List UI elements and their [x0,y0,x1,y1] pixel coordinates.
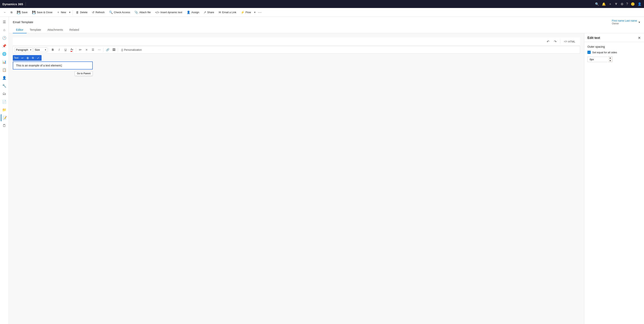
html-button[interactable]: </> HTML [562,39,577,44]
ordered-list-button[interactable]: ≡ [84,47,89,52]
link-button[interactable]: 🔗 [105,47,110,52]
assign-button[interactable]: 👤 Assign [185,10,201,15]
owner-label: Owner [612,22,637,25]
attach-file-button[interactable]: 📎 Attach file [132,10,153,15]
sidebar-item-documents[interactable]: 📄 [1,98,8,105]
owner-chevron-icon[interactable]: ▾ [638,20,640,24]
personalization-icon: {} [121,48,123,51]
sidebar-item-accounts[interactable]: 🔧 [1,82,8,89]
sidebar-item-files[interactable]: 📁 [1,106,8,113]
stepper-up-button[interactable]: ▲ [608,56,612,59]
text-block-delete-action[interactable]: 🗑 [25,55,30,60]
help-icon[interactable]: ? [626,2,628,6]
app-brand: Dynamics 365 [2,2,23,6]
font-color-button[interactable]: A ▾ [69,47,75,52]
emoji-icon[interactable]: 🙂 [631,2,635,6]
filter-icon[interactable]: ⛛ [615,2,618,6]
text-block[interactable]: This is an example of a text element. [13,61,93,69]
editor-container: ↶ ↷ </> HTML Paragraph ▾ Size [9,33,644,324]
right-panel-body: Outer spacing ✓ Set equal for all sides … [584,42,644,324]
sidebar-item-home[interactable]: ⌂ [1,26,8,33]
refresh-button[interactable]: ↺ Refresh [90,10,107,15]
user-icon[interactable]: 👤 [638,2,642,6]
share-button[interactable]: ↗ Share [202,10,216,15]
save-close-button[interactable]: 💾 Save & Close [30,10,54,15]
right-panel-header: Edit text ✕ [584,33,644,42]
delete-icon: 🗑 [76,10,79,14]
editor-main: ↶ ↷ </> HTML Paragraph ▾ Size [9,33,584,324]
align-button[interactable]: ≡ ▾ [77,47,83,52]
goto-parent-button[interactable]: Go to Parent [75,71,93,76]
settings-icon[interactable]: ⚙ [620,2,624,6]
email-link-button[interactable]: ✉ Email a Link [216,10,238,15]
sidebar-item-contacts[interactable]: 👤 [1,74,8,81]
spacing-input-row: ▲ ▼ [588,56,641,62]
sidebar-item-dashboards[interactable]: 📊 [1,58,8,65]
content-area: Email Template First name Last name Owne… [9,17,644,324]
cmd-separator-1 [72,10,73,15]
text-block-content[interactable]: This is an example of a text element. [16,64,62,67]
flow-button[interactable]: ⚡ Flow [239,10,253,15]
tab-attachments[interactable]: Attachments [44,26,66,33]
text-block-back-action[interactable]: ↩ [20,55,25,60]
html-icon: </> [564,40,567,43]
save-close-icon: 💾 [32,10,36,14]
save-button[interactable]: 💾 Save [15,10,30,15]
editor-topbar: ↶ ↷ </> HTML [13,37,580,46]
detach-icon: ⧉ [10,11,12,14]
text-block-toolbar: Text ↩ 🗑 ⧉ ⤢ [13,55,42,61]
sidebar-item-pinned[interactable]: 📌 [1,42,8,49]
spacing-stepper: ▲ ▼ [608,56,612,62]
image-button[interactable]: 🖼 [111,47,117,52]
undo-button[interactable]: ↶ [545,38,551,44]
sidebar-item-lists[interactable]: 📋 [1,66,8,73]
personalization-button[interactable]: {} Personalization [119,48,144,52]
back-icon: ← [4,11,6,14]
size-select[interactable]: Size ▾ [33,47,47,52]
tab-related[interactable]: Related [66,26,82,33]
flow-dropdown-button[interactable]: ▾ [253,10,256,14]
tab-editor[interactable]: Editor [13,26,26,33]
sidebar-item-menu[interactable]: ☰ [1,18,8,25]
text-block-copy-action[interactable]: ⧉ [30,55,35,60]
text-block-move-action[interactable]: ⤢ [36,55,40,60]
more-commands-button[interactable]: ⋯ [257,9,263,15]
insert-dynamic-button[interactable]: </> Insert dynamic text [153,10,184,15]
plus-icon[interactable]: ＋ [609,2,612,6]
save-icon: 💾 [17,10,20,14]
spacing-input[interactable] [588,57,608,62]
search-icon[interactable]: 🔍 [595,2,599,6]
right-panel-close-button[interactable]: ✕ [638,36,641,40]
underline-button[interactable]: U [63,47,68,52]
stepper-down-button[interactable]: ▼ [608,59,612,62]
redo-button[interactable]: ↷ [552,38,558,44]
italic-button[interactable]: I [56,47,62,52]
unordered-list-button[interactable]: ☰ [90,47,96,52]
paragraph-select[interactable]: Paragraph ▾ [14,47,32,52]
delete-button[interactable]: 🗑 Delete [74,10,90,15]
owner-name[interactable]: First name Last name [612,19,637,22]
check-access-button[interactable]: 🔍 Check Access [107,10,132,15]
bell-icon[interactable]: 🔔 [602,2,606,6]
sidebar-item-recent[interactable]: 🕐 [1,34,8,41]
owner-info: First name Last name Owner ▾ [612,19,640,25]
sidebar-item-apps[interactable]: 🌐 [1,50,8,57]
align-chevron: ▾ [80,49,82,51]
tab-template[interactable]: Template [26,26,44,33]
equal-sides-row: ✓ Set equal for all sides [588,51,641,54]
toolbar-sep-3 [103,48,104,52]
toolbar-sep-2 [76,48,76,52]
more-formatting-button[interactable]: ⋯ [96,47,102,52]
page-title: Email Template [13,20,33,24]
back-button[interactable]: ← [2,10,8,14]
sidebar-item-templates[interactable]: 📝 [1,114,8,121]
new-dropdown-button[interactable]: ▾ [68,10,71,14]
bold-button[interactable]: B [50,47,56,52]
new-button[interactable]: ＋ New [55,9,68,15]
detach-button[interactable]: ⧉ [8,10,14,15]
sidebar-item-tools[interactable]: 🗂 [1,90,8,97]
sidebar-item-notes[interactable]: 🗒 [1,122,8,129]
right-panel-title: Edit text [588,36,600,40]
checkmark-icon: ✓ [588,51,590,54]
equal-sides-checkbox[interactable]: ✓ [588,51,591,54]
